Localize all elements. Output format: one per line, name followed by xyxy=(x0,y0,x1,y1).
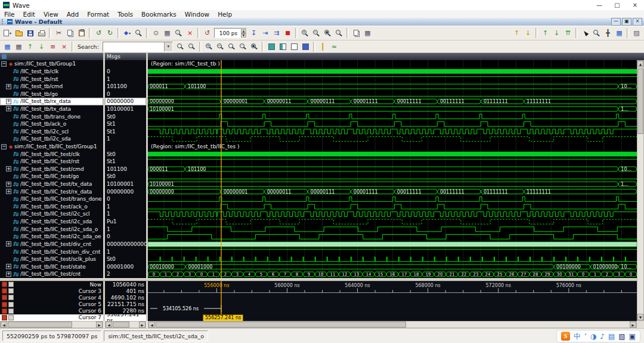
signal-row[interactable]: /IIC_test_tb/i2c_sda xyxy=(0,135,103,143)
combo-arrow-icon[interactable]: ▾ xyxy=(164,42,172,51)
menu-format[interactable]: Format xyxy=(83,11,113,18)
signal-row[interactable]: +/IIC_test_tb/IIC_test/state xyxy=(0,263,103,270)
tile-windows-button[interactable] xyxy=(351,28,362,39)
cursor-row[interactable]: Cursor 3 xyxy=(0,288,103,294)
cursor-options-icon[interactable] xyxy=(8,295,14,300)
zoom-selection-button[interactable]: · xyxy=(237,41,249,52)
run-button[interactable]: ↧ xyxy=(248,28,259,39)
search-input[interactable]: ▾ xyxy=(103,42,173,52)
signal-row[interactable]: /IIC_test_tb/IIC_test/go xyxy=(0,173,103,180)
pane-minimize-icon[interactable]: — xyxy=(611,18,621,26)
expanded-time-button[interactable]: ⊙ xyxy=(150,28,162,39)
edit-mode-button[interactable]: ▦ xyxy=(614,28,625,39)
cascade-windows-button[interactable]: ▦ xyxy=(362,28,373,39)
copy-button[interactable] xyxy=(64,28,76,39)
signal-row[interactable]: +/IIC_test_tb/IIC_test/cmd xyxy=(0,166,103,173)
insert-divider-button[interactable]: ≡ xyxy=(47,41,58,52)
menu-window[interactable]: Window xyxy=(181,11,213,18)
menu-view[interactable]: View xyxy=(39,11,63,18)
wave-hscrollbar[interactable]: ◀ ▶ xyxy=(148,321,637,328)
print-button[interactable] xyxy=(36,28,47,39)
pane-header[interactable]: Wave - Default —▣× xyxy=(0,18,644,26)
signal-row[interactable]: +/IIC_test_tb/cmd xyxy=(0,83,103,91)
expand-icon[interactable]: + xyxy=(6,182,11,187)
menu-edit[interactable]: Edit xyxy=(19,11,39,18)
zoom-out-2-button[interactable]: − xyxy=(215,41,226,52)
pane-grip-icon[interactable] xyxy=(2,19,5,24)
collapse-icon[interactable]: − xyxy=(1,61,7,67)
signal-row[interactable]: +/IIC_test_tb/IIC_test/tx_data xyxy=(0,180,103,188)
first-edge-button[interactable]: ↑ xyxy=(540,28,551,39)
move-down-button[interactable]: ↓ xyxy=(36,41,47,52)
zoom-last-button[interactable]: ▪ xyxy=(249,41,260,52)
expand-icon[interactable]: + xyxy=(6,166,11,172)
cursor-row[interactable]: Cursor 4 xyxy=(0,294,103,301)
move-up-button[interactable]: ↑ xyxy=(24,41,36,52)
cursor-lock-icon[interactable] xyxy=(2,302,7,307)
group-signals-button[interactable]: ▦ xyxy=(2,41,13,52)
wave-scroll-thumb[interactable] xyxy=(156,322,406,328)
signal-row[interactable]: +/IIC_test_tb/IIC_test/rx_data xyxy=(0,188,103,195)
cursor-options-icon[interactable] xyxy=(8,302,14,307)
scroll-right-icon[interactable]: ▶ xyxy=(630,322,636,328)
msgs-column-header[interactable]: Msgs xyxy=(107,54,120,60)
spin-arrows-icon[interactable]: ▲▼ xyxy=(241,29,246,38)
names-hscrollbar[interactable]: ◀ ▶ xyxy=(0,321,103,328)
punctuation-mode-icon[interactable]: ’ xyxy=(584,333,587,340)
break-button[interactable]: ■ xyxy=(282,28,293,39)
signal-row[interactable]: /IIC_test_tb/i2c_scl xyxy=(0,127,103,135)
signal-row[interactable]: /IIC_test_tb/IIC_test/i2c_scl xyxy=(0,210,103,218)
menu-file[interactable]: File xyxy=(0,11,19,18)
signal-row[interactable]: /IIC_test_tb/ack_o xyxy=(0,120,103,128)
scroll-up-icon[interactable]: ▲ xyxy=(637,61,643,67)
signal-row[interactable]: /IIC_test_tb/rst xyxy=(0,75,103,83)
scroll-left-icon[interactable]: ◀ xyxy=(148,322,155,328)
redo-button[interactable]: ↻ xyxy=(104,28,116,39)
zoom-in-button[interactable]: + xyxy=(299,28,311,39)
view-split-button[interactable] xyxy=(277,41,289,52)
cursor-options-icon[interactable] xyxy=(8,282,14,287)
voice-input-icon[interactable]: ♪ xyxy=(600,333,605,340)
view-compare-button[interactable] xyxy=(300,41,311,52)
view-wave-button[interactable] xyxy=(266,41,277,52)
values-scroll-thumb[interactable] xyxy=(113,322,129,328)
dropdown-arrow-icon[interactable]: ▾ xyxy=(10,31,11,35)
menu-help[interactable]: Help xyxy=(213,11,236,18)
zoom-range-button[interactable] xyxy=(226,41,237,52)
undo-button[interactable]: ↺ xyxy=(93,28,104,39)
save-button[interactable] xyxy=(24,28,36,39)
interpolate-button[interactable]: ≈ xyxy=(329,41,340,52)
signal-row[interactable]: /IIC_test_tb/IIC_test/clk xyxy=(0,150,103,158)
values-hscrollbar[interactable]: ◀ ▶ xyxy=(105,321,146,328)
cursor-options-icon[interactable] xyxy=(8,288,14,294)
toolbox-icon[interactable]: ▨ xyxy=(618,333,625,340)
zoom-in-2-button[interactable]: + xyxy=(203,41,215,52)
dropdown-arrow-icon[interactable]: ▾ xyxy=(129,31,131,35)
pane-close-icon[interactable]: × xyxy=(633,18,642,26)
cursor-options-icon[interactable] xyxy=(8,308,14,314)
restart-button[interactable]: ↺ xyxy=(202,28,213,39)
expand-icon[interactable]: + xyxy=(6,84,11,89)
ime-toolbar[interactable]: S中’◑♪▤▨▣ xyxy=(556,330,640,342)
leaf-search-button[interactable]: · xyxy=(173,28,184,39)
search-forward-button[interactable]: · xyxy=(186,41,197,52)
scroll-down-icon[interactable]: ▼ xyxy=(637,314,643,320)
previous-transition-button[interactable]: ↑ xyxy=(511,28,522,39)
signal-row[interactable]: /IIC_test_tb/IIC_test/i2c_sda_o xyxy=(0,225,103,233)
signal-row[interactable]: /IIC_test_tb/go xyxy=(0,90,103,98)
soft-keyboard-icon[interactable]: ▤ xyxy=(608,333,615,340)
collapse-icon[interactable]: − xyxy=(1,144,7,149)
signal-row[interactable]: /IIC_test_tb/IIC_test/trans_done xyxy=(0,195,103,203)
fullwidth-mode-icon[interactable]: ◑ xyxy=(590,333,596,340)
view-blank-button[interactable] xyxy=(289,41,300,52)
add-cursor-button[interactable]: ┃ xyxy=(317,41,329,52)
expand-icon[interactable]: + xyxy=(6,272,11,277)
pane-restore-icon[interactable]: ▣ xyxy=(622,18,631,26)
cursor-lock-icon[interactable] xyxy=(2,295,7,300)
zoom-cursor-button[interactable]: · xyxy=(333,28,345,39)
next-transition-button[interactable]: ↓ xyxy=(522,28,534,39)
scroll-right-icon[interactable]: ▶ xyxy=(139,322,145,328)
run-all-button[interactable]: ⇉ xyxy=(271,28,282,39)
zoom-full-button[interactable]: ▪ xyxy=(322,28,333,39)
minimize-button[interactable]: — xyxy=(590,0,608,10)
